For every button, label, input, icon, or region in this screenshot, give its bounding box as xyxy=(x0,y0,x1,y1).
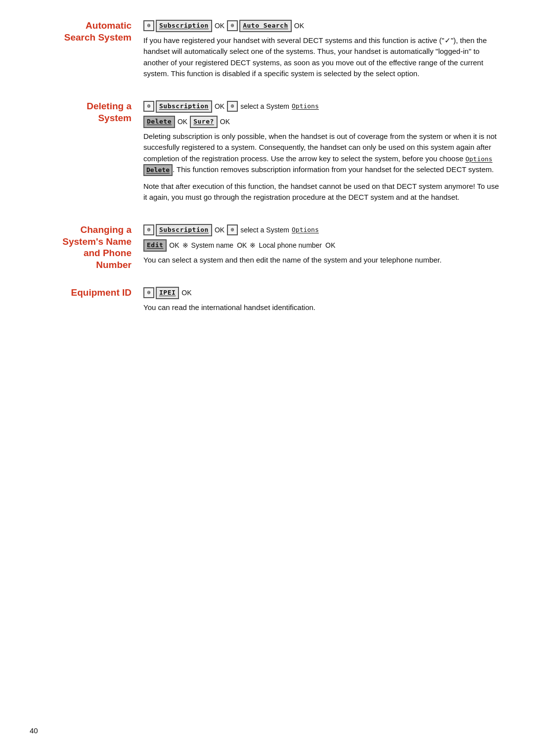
menu-icon-chg-2: ⊕ xyxy=(227,224,238,235)
menu-text-ok-chg-3: OK xyxy=(237,240,247,250)
menu-btn-subscription-1: Subscription xyxy=(156,20,212,32)
menu-sep-2: ※ xyxy=(250,240,256,250)
body-text-changing: You can select a system and then edit th… xyxy=(143,255,504,266)
menu-text-ok-chg-4: OK xyxy=(325,240,335,250)
menu-ref-options-2: Options xyxy=(292,225,319,235)
menu-icon-del-1: ⊕ xyxy=(143,101,154,112)
page-number: 40 xyxy=(30,725,38,736)
menu-btn-edit: Edit xyxy=(143,239,167,252)
section-body-deleting: ⊕ Subscription OK ⊕ select a System Opti… xyxy=(143,100,504,208)
section-title-equipment: Equipment ID xyxy=(30,287,132,299)
menu-text-ok-del-2: OK xyxy=(178,117,187,127)
inline-btn-delete: Delete xyxy=(143,164,173,176)
menu-text-ok-chg-2: OK xyxy=(169,240,179,250)
section-title-deleting: Deleting a System xyxy=(30,100,132,124)
menu-bar-changing-2: Edit OK ※ System name OK ※ Local phone n… xyxy=(143,239,504,252)
section-title-automatic-search: Automatic Search System xyxy=(30,20,132,44)
menu-text-ok-2: OK xyxy=(294,21,304,31)
menu-sep-1: ※ xyxy=(182,240,188,250)
menu-bar-deleting-2: Delete OK Sure? OK xyxy=(143,116,504,128)
menu-icon-eq-1: ⊕ xyxy=(143,287,154,298)
section-title-col-changing: Changing a System's Name and Phone Numbe… xyxy=(30,224,143,271)
section-title-col-deleting: Deleting a System xyxy=(30,100,143,208)
menu-btn-delete: Delete xyxy=(143,116,175,128)
section-changing-name: Changing a System's Name and Phone Numbe… xyxy=(30,224,504,271)
section-title-changing: Changing a System's Name and Phone Numbe… xyxy=(30,224,132,271)
body-text-deleting: Deleting subscription is only possible, … xyxy=(143,131,504,203)
menu-text-select-system: select a System xyxy=(240,101,289,111)
inline-ref-options: Options xyxy=(465,155,492,163)
menu-icon-2: ⊕ xyxy=(227,20,238,31)
menu-bar-automatic-search: ⊕ Subscription OK ⊕ Auto Search OK xyxy=(143,20,504,32)
menu-icon-chg-1: ⊕ xyxy=(143,224,154,235)
section-body-equipment: ⊕ IPEI OK You can read the international… xyxy=(143,287,504,318)
page-content: Automatic Search System ⊕ Subscription O… xyxy=(30,20,504,334)
menu-ref-options-1: Options xyxy=(292,102,319,111)
menu-text-ok-1: OK xyxy=(215,21,224,31)
menu-text-ok-del-1: OK xyxy=(215,101,224,111)
menu-text-ok-eq: OK xyxy=(181,288,191,298)
menu-text-local-phone: Local phone number xyxy=(259,240,322,250)
section-equipment-id: Equipment ID ⊕ IPEI OK You can read the … xyxy=(30,287,504,318)
body-text-automatic-search: If you have registered your handset with… xyxy=(143,35,504,80)
menu-icon-1: ⊕ xyxy=(143,20,154,31)
section-title-col: Automatic Search System xyxy=(30,20,143,85)
menu-text-ok-del-3: OK xyxy=(220,117,230,127)
menu-icon-del-2: ⊕ xyxy=(227,101,238,112)
menu-btn-subscription-chg: Subscription xyxy=(156,224,212,236)
section-body-changing: ⊕ Subscription OK ⊕ select a System Opti… xyxy=(143,224,504,271)
menu-text-system-name: System name xyxy=(191,240,234,250)
section-deleting-system: Deleting a System ⊕ Subscription OK ⊕ se… xyxy=(30,100,504,208)
menu-btn-subscription-del: Subscription xyxy=(156,100,212,113)
menu-text-ok-chg-1: OK xyxy=(215,225,224,235)
body-text-equipment: You can read the international handset i… xyxy=(143,302,504,313)
section-automatic-search: Automatic Search System ⊕ Subscription O… xyxy=(30,20,504,85)
menu-bar-deleting-1: ⊕ Subscription OK ⊕ select a System Opti… xyxy=(143,100,504,113)
menu-btn-auto-search: Auto Search xyxy=(239,20,292,32)
menu-bar-changing-1: ⊕ Subscription OK ⊕ select a System Opti… xyxy=(143,224,504,236)
section-title-col-equipment: Equipment ID xyxy=(30,287,143,318)
section-body-automatic-search: ⊕ Subscription OK ⊕ Auto Search OK If yo… xyxy=(143,20,504,85)
menu-btn-sure: Sure? xyxy=(190,116,218,128)
menu-bar-equipment: ⊕ IPEI OK xyxy=(143,287,504,299)
menu-text-select-chg: select a System xyxy=(240,225,289,235)
menu-btn-ipei: IPEI xyxy=(156,287,179,299)
